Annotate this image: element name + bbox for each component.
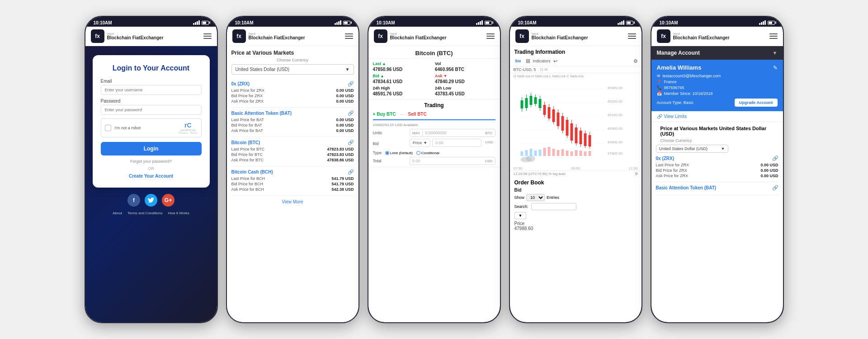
timeframe-btn[interactable]: 5m [514, 58, 523, 64]
max-label[interactable]: MAX [410, 130, 423, 137]
google-plus-button[interactable]: G+ [162, 194, 175, 207]
settings-icon-chart[interactable]: ⚙ [635, 172, 638, 176]
edit-icon[interactable]: ✎ [773, 65, 778, 71]
status-time-4: 10:10AM [518, 20, 537, 25]
hamburger-1[interactable] [203, 33, 212, 39]
svg-rect-43 [520, 151, 523, 156]
svg-text:47900.00: 47900.00 [607, 151, 623, 155]
hamburger-3[interactable] [486, 33, 495, 39]
or-divider: OR [101, 166, 202, 171]
app-logo-4: fx Input Blockchain FiatExchanger [515, 29, 588, 43]
ob-search-input[interactable] [531, 203, 576, 210]
login-button[interactable]: Login [101, 142, 202, 155]
upgrade-button[interactable]: Upgrade Account [735, 99, 778, 107]
signal-icon-5 [759, 20, 766, 25]
status-bar-3: 10:10AM [368, 17, 500, 27]
facebook-button[interactable]: f [127, 194, 140, 207]
manage-dropdown-icon[interactable]: ▼ [773, 50, 778, 56]
type-conditional-radio[interactable]: Conditional [416, 151, 439, 155]
create-account-link[interactable]: Create Your Account [101, 174, 202, 179]
email-input[interactable] [101, 85, 202, 95]
ob-dropdown[interactable]: ▼ [514, 212, 527, 219]
gear-icon-toolbar[interactable]: ⚙ [633, 58, 638, 64]
total-val: 0.00 [410, 157, 483, 165]
svg-point-60 [526, 155, 535, 162]
app-header-1: fx Input Blockchain FiatExchanger [85, 27, 217, 46]
status-time-1: 10:10AM [94, 20, 112, 25]
app-header-5: fx Input Blockchain FiatExchanger [651, 27, 783, 46]
units-input[interactable]: 0.00000000 [423, 129, 483, 137]
units-input-group: MAX 0.00000000 BTC [410, 129, 495, 137]
ob-controls: Show 10 Entries [514, 194, 637, 201]
svg-rect-46 [534, 151, 537, 156]
chart-bottom-bar: 11:10:56 (UTC+5:30) % log auto ⚙ [510, 170, 642, 177]
undo-icon[interactable]: ↩ [553, 58, 557, 64]
twitter-button[interactable] [145, 194, 157, 207]
market-item-zrx-5: 0x (ZRX) 🔗 Last Price for ZRX0.00 USD Bi… [656, 153, 778, 182]
market-name-zrx-5[interactable]: 0x (ZRX) [656, 156, 675, 161]
battery-icon-1 [202, 21, 209, 25]
total-label: Total [373, 159, 382, 163]
svg-rect-56 [579, 151, 582, 156]
units-label: Units [373, 131, 382, 135]
time-label-2: 09:00 [571, 166, 580, 170]
market-name-btc-2[interactable]: Bitcoin (BTC) [231, 140, 260, 145]
svg-text:45100.00: 45100.00 [607, 113, 623, 117]
footer-about[interactable]: About [113, 211, 122, 215]
entries-select[interactable]: 10 [526, 194, 545, 201]
status-time-5: 10:10AM [660, 20, 678, 25]
tab-buy[interactable]: + Buy BTC [373, 111, 396, 117]
tab-sell[interactable]: Sell BTC [408, 111, 427, 117]
type-limit-radio[interactable]: Limit (Default) [385, 151, 413, 155]
markets-section-title-5: Price at Various Markets United States D… [656, 124, 778, 137]
stat-bid: Bid ▲ 47834.61 USD [373, 74, 434, 84]
status-icons-2 [335, 20, 350, 25]
password-input[interactable] [101, 105, 202, 115]
stat-low: 24h Low 43783.45 USD [435, 86, 495, 96]
indicators-btn[interactable]: Indicators [533, 59, 551, 63]
markets-content: Price at Various Markets Choose Currency… [227, 46, 359, 322]
footer-terms[interactable]: Terms and Conditions [127, 211, 162, 215]
type-label: Type [373, 151, 382, 155]
search-row: Search: [514, 203, 637, 210]
view-limits-text: View Limits [664, 114, 687, 119]
hamburger-2[interactable] [345, 33, 353, 39]
member-since-row: 📅 Member Since: 10/16/2018 [657, 91, 778, 96]
market-name-bat-5[interactable]: Basic Attention Token (BAT) [656, 185, 717, 190]
view-limits-row[interactable]: 🔗 View Limits [651, 111, 783, 122]
price-input[interactable]: 0.00 [432, 139, 481, 147]
logo-text-3: Input Blockchain FiatExchanger [390, 32, 447, 41]
hamburger-5[interactable] [769, 33, 778, 39]
battery-icon-3 [485, 21, 492, 25]
market-name-bch-2[interactable]: Bitcoin Cash (BCH) [231, 170, 273, 174]
view-more-btn-2[interactable]: View More [231, 196, 354, 208]
stat-vol: Vol 6460.956 BTC [435, 61, 495, 72]
captcha-text: I'm not a robot [115, 126, 141, 130]
currency-sel-row-5: Choose Currency [656, 137, 778, 145]
currency-select-2[interactable]: United States Dollar (USD) ▼ [231, 64, 354, 75]
currency-sel-box-5[interactable]: United States Dollar (USD) ▼ [656, 145, 728, 153]
phone-4-chart: 10:10AM fx [509, 16, 642, 323]
price-type-select[interactable]: Price ▼ [410, 139, 430, 147]
captcha-checkbox[interactable] [105, 125, 111, 131]
market-name-bat-2[interactable]: Basic Attention Token (BAT) [231, 111, 292, 116]
user-phone-row: 📞 987696765 [657, 85, 778, 90]
status-icons-4 [618, 20, 633, 25]
markets-section-5: Price at Various Markets United States D… [651, 122, 783, 196]
app-logo-1: fx Input Blockchain FiatExchanger [91, 29, 164, 43]
app-logo-3: fx Input Blockchain FiatExchanger [374, 29, 447, 43]
price-unit: USD [483, 139, 495, 147]
link-icon-btc-2: 🔗 [348, 140, 354, 146]
svg-rect-47 [538, 150, 541, 156]
market-name-zrx-2[interactable]: 0x (ZRX) [231, 81, 250, 86]
forgot-password-link[interactable]: Forgot your password? [101, 159, 202, 164]
svg-rect-55 [575, 150, 577, 156]
hamburger-4[interactable] [628, 33, 636, 39]
svg-rect-52 [561, 149, 564, 156]
status-bar-1: 10:10AM [85, 17, 217, 27]
logo-icon-4: fx [515, 29, 529, 43]
footer-how[interactable]: How It Works [168, 211, 189, 215]
account-type-row: Account Type: Basic Upgrade Account [657, 99, 778, 107]
user-profile-card: Amelia Williams ✎ ✉ testaccount3@bfexcha… [651, 60, 783, 111]
calendar-icon: 📅 [657, 91, 662, 96]
